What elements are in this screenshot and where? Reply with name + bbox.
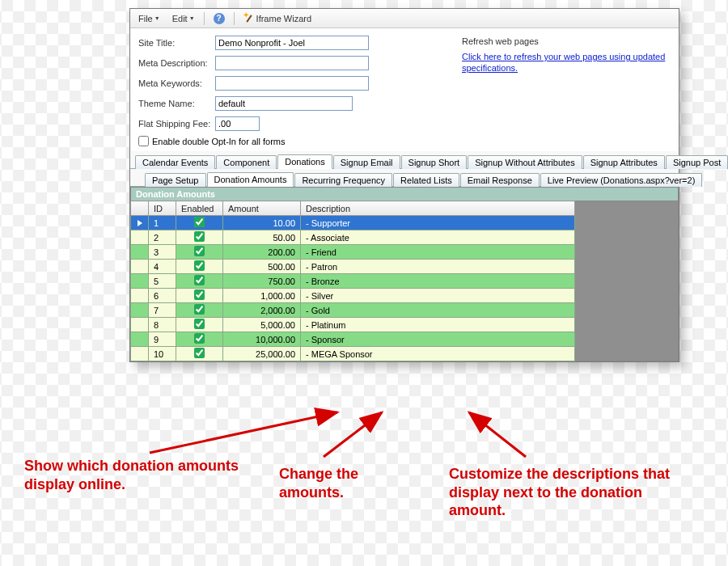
tab-calendar-events[interactable]: Calendar Events (135, 155, 215, 169)
cell-amount[interactable]: 10,000.00 (223, 332, 301, 347)
cell-description[interactable]: - Patron (301, 260, 575, 274)
enabled-checkbox[interactable] (194, 246, 205, 256)
cell-id[interactable]: 5 (149, 274, 176, 289)
row-selector[interactable] (131, 216, 149, 230)
tab-signup-short[interactable]: Signup Short (401, 155, 468, 169)
cell-enabled[interactable] (176, 318, 223, 332)
donation-amounts-grid[interactable]: ID Enabled Amount Description 110.00- Su… (130, 201, 575, 361)
tab-signup-without-attributes[interactable]: Signup Without Attributes (468, 155, 582, 169)
grid-header-selector[interactable] (131, 201, 149, 216)
row-selector[interactable] (131, 303, 149, 318)
menu-file[interactable]: File ▼ (133, 12, 165, 25)
cell-description[interactable]: - Associate (301, 230, 575, 245)
help-button[interactable]: ? (209, 11, 230, 26)
tab-signup-email[interactable]: Signup Email (333, 155, 400, 169)
cell-enabled[interactable] (176, 230, 223, 245)
grid-header-enabled[interactable]: Enabled (176, 201, 223, 216)
double-optin-checkbox[interactable] (138, 136, 149, 146)
flat-shipping-input[interactable] (215, 116, 260, 131)
site-title-input[interactable] (215, 36, 369, 50)
enabled-checkbox[interactable] (194, 319, 205, 329)
cell-id[interactable]: 6 (149, 289, 176, 303)
subtab-page-setup[interactable]: Page Setup (145, 173, 206, 187)
cell-enabled[interactable] (176, 274, 223, 289)
row-selector[interactable] (131, 245, 149, 260)
cell-id[interactable]: 7 (149, 303, 176, 318)
enabled-checkbox[interactable] (194, 275, 205, 285)
row-selector[interactable] (131, 274, 149, 289)
row-selector[interactable] (131, 347, 149, 361)
grid-header-id[interactable]: ID (149, 201, 176, 216)
table-row[interactable]: 4500.00- Patron (131, 260, 575, 274)
cell-enabled[interactable] (176, 245, 223, 260)
row-selector[interactable] (131, 332, 149, 347)
table-row[interactable]: 250.00- Associate (131, 230, 575, 245)
meta-description-input[interactable] (215, 56, 369, 70)
subtab-live-preview-donations-aspx-ver-2-[interactable]: Live Preview (Donations.aspx?ver=2) (540, 173, 703, 187)
refresh-link[interactable]: Click here to refresh your web pages usi… (462, 52, 665, 73)
tab-signup-attributes[interactable]: Signup Attributes (583, 155, 665, 169)
row-selector[interactable] (131, 318, 149, 332)
cell-amount[interactable]: 10.00 (223, 216, 301, 230)
meta-keywords-input[interactable] (215, 76, 369, 91)
cell-amount[interactable]: 5,000.00 (223, 318, 301, 332)
tab-signup-post[interactable]: Signup Post (666, 155, 728, 169)
theme-name-input[interactable] (215, 96, 353, 111)
cell-amount[interactable]: 750.00 (223, 274, 301, 289)
tab-donations[interactable]: Donations (277, 154, 332, 169)
cell-enabled[interactable] (176, 216, 223, 230)
table-row[interactable]: 110.00- Supporter (131, 216, 575, 230)
row-selector[interactable] (131, 230, 149, 245)
cell-description[interactable]: - Sponsor (301, 332, 575, 347)
table-row[interactable]: 72,000.00- Gold (131, 303, 575, 318)
cell-description[interactable]: - Gold (301, 303, 575, 318)
cell-amount[interactable]: 500.00 (223, 260, 301, 274)
cell-description[interactable]: - Bronze (301, 274, 575, 289)
cell-id[interactable]: 2 (149, 230, 176, 245)
enabled-checkbox[interactable] (194, 304, 205, 315)
table-row[interactable]: 85,000.00- Platinum (131, 318, 575, 332)
table-row[interactable]: 910,000.00- Sponsor (131, 332, 575, 347)
iframe-wizard-button[interactable]: Iframe Wizard (239, 11, 316, 26)
cell-id[interactable]: 1 (149, 216, 176, 230)
cell-amount[interactable]: 2,000.00 (223, 303, 301, 318)
enabled-checkbox[interactable] (194, 289, 205, 300)
grid-header-amount[interactable]: Amount (223, 201, 301, 216)
cell-description[interactable]: - MEGA Sponsor (301, 347, 575, 361)
table-row[interactable]: 3200.00- Friend (131, 245, 575, 260)
enabled-checkbox[interactable] (194, 348, 205, 358)
enabled-checkbox[interactable] (194, 333, 205, 344)
enabled-checkbox[interactable] (194, 231, 205, 242)
subtab-donation-amounts[interactable]: Donation Amounts (207, 172, 294, 187)
cell-description[interactable]: - Supporter (301, 216, 575, 230)
enabled-checkbox[interactable] (194, 217, 205, 227)
cell-enabled[interactable] (176, 289, 223, 303)
menu-edit[interactable]: Edit ▼ (167, 12, 200, 25)
table-row[interactable]: 1025,000.00- MEGA Sponsor (131, 347, 575, 361)
cell-id[interactable]: 9 (149, 332, 176, 347)
cell-description[interactable]: - Silver (301, 289, 575, 303)
row-selector[interactable] (131, 260, 149, 274)
cell-enabled[interactable] (176, 303, 223, 318)
cell-id[interactable]: 4 (149, 260, 176, 274)
cell-description[interactable]: - Platinum (301, 318, 575, 332)
subtab-related-lists[interactable]: Related Lists (393, 173, 459, 187)
cell-id[interactable]: 10 (149, 347, 176, 361)
row-selector[interactable] (131, 289, 149, 303)
table-row[interactable]: 5750.00- Bronze (131, 274, 575, 289)
cell-amount[interactable]: 200.00 (223, 245, 301, 260)
subtab-email-response[interactable]: Email Response (460, 173, 540, 187)
tab-component[interactable]: Component (216, 155, 277, 169)
cell-description[interactable]: - Friend (301, 245, 575, 260)
cell-id[interactable]: 8 (149, 318, 176, 332)
cell-amount[interactable]: 25,000.00 (223, 347, 301, 361)
grid-header-description[interactable]: Description (301, 201, 575, 216)
cell-enabled[interactable] (176, 332, 223, 347)
cell-amount[interactable]: 1,000.00 (223, 289, 301, 303)
table-row[interactable]: 61,000.00- Silver (131, 289, 575, 303)
cell-enabled[interactable] (176, 260, 223, 274)
enabled-checkbox[interactable] (194, 260, 205, 271)
cell-enabled[interactable] (176, 347, 223, 361)
cell-id[interactable]: 3 (149, 245, 176, 260)
cell-amount[interactable]: 50.00 (223, 230, 301, 245)
